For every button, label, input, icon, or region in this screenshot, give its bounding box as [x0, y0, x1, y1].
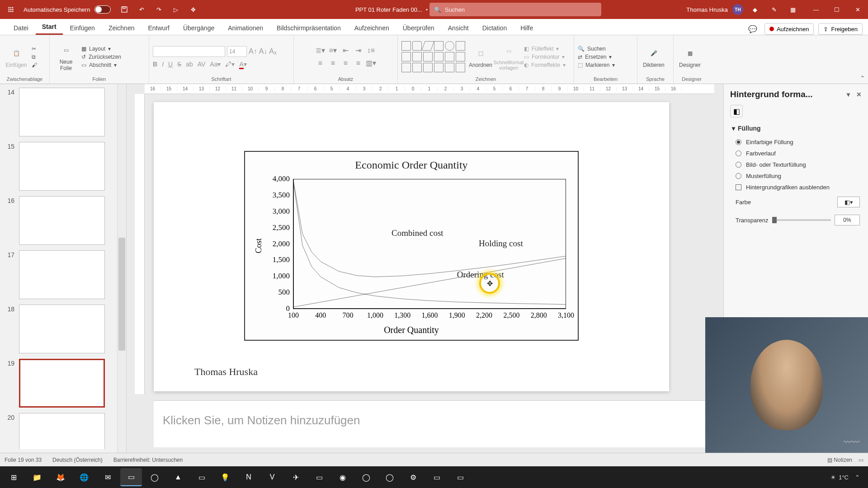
diamond-icon[interactable]: ◆ — [750, 5, 760, 14]
file-explorer-icon[interactable]: 📁 — [26, 468, 48, 486]
toggle-switch[interactable] — [94, 5, 111, 14]
tab-bildschirmpraesentation[interactable]: Bildschirmpräsentation — [270, 21, 347, 35]
new-slide-button[interactable]: ▭Neue Folie — [53, 42, 79, 71]
thumbnail-preview[interactable] — [19, 196, 105, 245]
tab-ueberpruefen[interactable]: Überprüfen — [396, 21, 441, 35]
excel-icon[interactable]: ▭ — [426, 468, 448, 486]
account-area[interactable]: Thomas Hruska TH ◆ ✎ ▦ — [686, 4, 800, 15]
obs-icon[interactable]: ◉ — [332, 468, 354, 486]
snagit-icon[interactable]: ◯ — [144, 468, 165, 486]
transparency-slider[interactable] — [772, 219, 831, 221]
close-button[interactable]: ✕ — [847, 0, 868, 19]
notes-pane[interactable]: Klicken Sie, um Notizen hinzuzufügen — [154, 400, 714, 447]
tab-einfuegen[interactable]: Einfügen — [64, 21, 101, 35]
maximize-button[interactable]: ☐ — [826, 0, 847, 19]
indent-dec-icon[interactable]: ⇤ — [340, 45, 351, 56]
tab-hilfe[interactable]: Hilfe — [514, 21, 539, 35]
picture-fill-radio[interactable]: Bild- oder Texturfüllung — [732, 159, 860, 170]
weather-widget[interactable]: ☀1°C — [830, 474, 849, 481]
tray-chevron-icon[interactable]: ⌃ — [855, 474, 860, 481]
dictate-button[interactable]: 🎤Diktieren — [641, 46, 666, 68]
vlc-icon[interactable]: ▲ — [167, 468, 189, 486]
powerpoint-icon[interactable]: ▭ — [120, 468, 142, 486]
start-button[interactable]: ⊞ — [3, 468, 24, 486]
notes-toggle[interactable]: ▤ Notizen — [827, 457, 852, 463]
bullets-icon[interactable]: ≣▾ — [315, 45, 326, 56]
thumbnail-preview[interactable] — [19, 88, 105, 136]
cut-icon[interactable]: ✂ — [32, 46, 37, 52]
collapse-ribbon-icon[interactable]: ⌃ — [860, 75, 865, 82]
tab-dictation[interactable]: Dictation — [476, 21, 513, 35]
app-menu-icon[interactable] — [5, 4, 16, 15]
spacing-icon[interactable]: AV — [198, 61, 206, 68]
shape-effects-button[interactable]: ◐ Formeffekte ▾ — [524, 62, 566, 68]
thumbnail-item[interactable]: 18 — [4, 305, 113, 353]
thumbnail-preview[interactable] — [19, 413, 105, 449]
slide-canvas[interactable]: Economic Order Quantity Cost Order Quant… — [154, 102, 669, 391]
app-icon-4[interactable]: ◯ — [355, 468, 377, 486]
arrange-button[interactable]: ⬚Anordnen — [468, 46, 493, 68]
shape-fill-button[interactable]: ◧ Fülleffekt ▾ — [524, 46, 566, 52]
thumbnail-preview[interactable] — [19, 250, 105, 299]
app-icon-2[interactable]: 💡 — [214, 468, 236, 486]
chrome-icon[interactable]: 🌐 — [73, 468, 95, 486]
onenote-icon[interactable]: N — [238, 468, 259, 486]
normal-view-icon[interactable]: ▭ — [859, 457, 863, 463]
align-center-icon[interactable]: ≡ — [328, 58, 339, 69]
find-button[interactable]: 🔍 Suchen — [578, 46, 615, 52]
autosave-toggle[interactable]: Automatisches Speichern — [24, 5, 111, 14]
tab-animationen[interactable]: Animationen — [222, 21, 269, 35]
undo-icon[interactable]: ↶ — [137, 5, 146, 14]
thumbnail-item[interactable]: 20 — [4, 413, 113, 449]
thumbnail-preview[interactable] — [19, 359, 105, 408]
quick-styles-button[interactable]: ▭Schnellformat vorlagen — [496, 43, 521, 70]
paste-button[interactable]: 📋Einfügen — [4, 46, 29, 68]
save-icon[interactable] — [120, 5, 129, 14]
line-spacing-icon[interactable]: ↕≡ — [366, 45, 377, 56]
app-icon-1[interactable]: ▭ — [191, 468, 212, 486]
settings-icon[interactable]: ⚙ — [402, 468, 424, 486]
reset-button[interactable]: ↺ Zurücksetzen — [81, 54, 121, 60]
tab-entwurf[interactable]: Entwurf — [142, 21, 175, 35]
thumbnail-item[interactable]: 16 — [4, 196, 113, 245]
designer-button[interactable]: ▦Designer — [677, 46, 703, 68]
format-painter-icon[interactable]: 🖌 — [32, 62, 37, 68]
copy-icon[interactable]: ⧉ — [32, 54, 37, 60]
redo-icon[interactable]: ↷ — [154, 5, 163, 14]
calendar-icon[interactable]: ▦ — [788, 5, 797, 14]
fill-section-header[interactable]: ▾Füllung — [732, 125, 860, 132]
record-button[interactable]: Aufzeichnen — [764, 23, 814, 35]
color-picker-button[interactable]: ◧▾ — [837, 197, 860, 207]
thumbnail-item[interactable]: 19 — [4, 359, 113, 408]
thumbnail-item[interactable]: 14 — [4, 88, 113, 136]
align-right-icon[interactable]: ≡ — [340, 58, 351, 69]
indent-inc-icon[interactable]: ⇥ — [353, 45, 364, 56]
select-button[interactable]: ⬚ Markieren ▾ — [578, 62, 615, 68]
font-size-select[interactable]: 14 — [227, 46, 247, 57]
solid-fill-radio[interactable]: Einfarbige Füllung — [732, 136, 860, 148]
clear-formatting-icon[interactable]: Aᵪ — [269, 47, 277, 56]
minimize-button[interactable]: — — [806, 0, 826, 19]
tab-zeichnen[interactable]: Zeichnen — [102, 21, 141, 35]
firefox-icon[interactable]: 🦊 — [50, 468, 71, 486]
thumbnail-preview[interactable] — [19, 142, 105, 191]
thumbnail-item[interactable]: 15 — [4, 142, 113, 191]
telegram-icon[interactable]: ✈ — [285, 468, 307, 486]
tab-start[interactable]: Start — [36, 19, 63, 35]
bold-icon[interactable]: B — [153, 61, 157, 68]
strikethrough-icon[interactable]: S̶ — [177, 61, 181, 68]
tab-ansicht[interactable]: Ansicht — [442, 21, 475, 35]
system-tray[interactable]: ☀1°C ⌃ — [830, 474, 865, 481]
shape-outline-button[interactable]: ▭ Formkontur ▾ — [524, 54, 566, 60]
case-icon[interactable]: Aa▾ — [210, 61, 221, 68]
layout-button[interactable]: ▦ Layout ▾ — [81, 46, 121, 52]
fill-tab-icon[interactable]: ◧ — [730, 105, 743, 117]
pen-icon[interactable]: ✎ — [769, 5, 778, 14]
tab-uebergaenge[interactable]: Übergänge — [177, 21, 221, 35]
columns-icon[interactable]: ▥▾ — [366, 58, 377, 69]
decrease-font-icon[interactable]: A↓ — [259, 47, 268, 56]
app-icon-5[interactable]: ◯ — [379, 468, 401, 486]
italic-icon[interactable]: I — [162, 61, 164, 68]
transparency-value[interactable]: 0% — [835, 215, 860, 225]
thumbnail-item[interactable]: 17 — [4, 250, 113, 299]
